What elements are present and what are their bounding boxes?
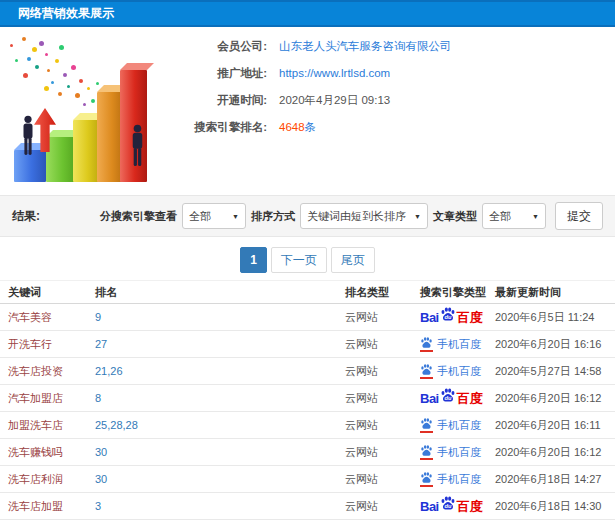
clipart-bar-yellow bbox=[73, 120, 100, 182]
baidu-logo-icon: Baidu百度 bbox=[420, 497, 483, 515]
table-header-cell: 排名类型 bbox=[345, 285, 420, 300]
rank-link[interactable]: 27 bbox=[95, 338, 345, 350]
filter-bar: 结果: 分搜索引擎查看 全部 ▼ 排序方式 关键词由短到长排序 ▼ 文章类型 全… bbox=[0, 195, 615, 237]
engine-type-cell: 手机百度 bbox=[420, 417, 495, 433]
baidu-logo-icon: Baidu百度 bbox=[420, 308, 483, 326]
rank-type-cell: 云网站 bbox=[345, 418, 420, 433]
engine-type-cell: 手机百度 bbox=[420, 471, 495, 487]
confetti-dot bbox=[44, 86, 49, 91]
baidu-logo-cn-text: 百度 bbox=[457, 500, 483, 513]
mobile-baidu-icon: 手机百度 bbox=[420, 471, 481, 487]
info-label: 推广地址: bbox=[183, 66, 267, 81]
engine-type-cell: 手机百度 bbox=[420, 363, 495, 379]
engine-filter-select[interactable]: 全部 ▼ bbox=[182, 203, 246, 229]
table-row: 洗车店利润30云网站手机百度2020年6月18日 14:27 bbox=[0, 466, 615, 493]
info-value[interactable]: 山东老人头汽车服务咨询有限公司 bbox=[279, 39, 452, 54]
rank-type-cell: 云网站 bbox=[345, 337, 420, 352]
table-header-cell: 排名 bbox=[95, 285, 345, 300]
rank-link[interactable]: 25,28,28 bbox=[95, 419, 345, 431]
update-time-cell: 2020年6月20日 16:16 bbox=[495, 337, 615, 352]
last-page-button[interactable]: 尾页 bbox=[331, 247, 375, 273]
rank-link[interactable]: 21,26 bbox=[95, 365, 345, 377]
rank-type-cell: 云网站 bbox=[345, 445, 420, 460]
keyword-cell: 汽车加盟店 bbox=[8, 391, 95, 406]
rank-link[interactable]: 8 bbox=[95, 392, 345, 404]
confetti-dot bbox=[55, 59, 59, 63]
caret-down-icon: ▼ bbox=[232, 213, 239, 220]
update-time-cell: 2020年6月18日 14:27 bbox=[495, 472, 615, 487]
table-row: 汽车美容9云网站Baidu百度2020年6月5日 11:24 bbox=[0, 304, 615, 331]
confetti-dot bbox=[47, 69, 50, 72]
sort-filter-label: 排序方式 bbox=[251, 209, 295, 224]
info-value[interactable]: https://www.lrtlsd.com bbox=[279, 67, 390, 79]
confetti-dot bbox=[71, 65, 76, 70]
confetti-dot bbox=[32, 47, 37, 52]
ranking-count-suffix: 条 bbox=[305, 121, 317, 133]
engine-type-cell: Baidu百度 bbox=[420, 389, 495, 407]
rank-link[interactable]: 30 bbox=[95, 473, 345, 485]
confetti-dot bbox=[87, 87, 90, 90]
engine-type-cell: 手机百度 bbox=[420, 336, 495, 352]
mobile-baidu-paw-icon bbox=[420, 417, 433, 433]
confetti-dot bbox=[96, 82, 99, 85]
table-header-row: 关键词排名排名类型搜索引擎类型最新更新时间 bbox=[0, 280, 615, 304]
info-row: 会员公司:山东老人头汽车服务咨询有限公司 bbox=[183, 38, 607, 54]
info-label: 会员公司: bbox=[183, 39, 267, 54]
result-label: 结果: bbox=[12, 208, 40, 225]
info-label: 搜索引擎排名: bbox=[183, 120, 267, 135]
caret-down-icon: ▼ bbox=[532, 213, 539, 220]
engine-type-cell: Baidu百度 bbox=[420, 497, 495, 515]
info-label: 开通时间: bbox=[183, 93, 267, 108]
keyword-cell: 加盟洗车店 bbox=[8, 418, 95, 433]
mobile-baidu-icon: 手机百度 bbox=[420, 363, 481, 379]
baidu-logo-icon: Baidu百度 bbox=[420, 389, 483, 407]
confetti-dot bbox=[35, 65, 39, 69]
baidu-logo-cn-text: 百度 bbox=[457, 392, 483, 405]
sort-filter-select[interactable]: 关键词由短到长排序 ▼ bbox=[300, 203, 428, 229]
confetti-dot bbox=[22, 37, 26, 41]
rank-link[interactable]: 9 bbox=[95, 311, 345, 323]
update-time-cell: 2020年6月20日 16:12 bbox=[495, 445, 615, 460]
confetti-dot bbox=[67, 85, 70, 88]
mobile-baidu-paw-icon bbox=[420, 471, 433, 487]
next-page-button[interactable]: 下一页 bbox=[271, 247, 327, 273]
update-time-cell: 2020年6月20日 16:12 bbox=[495, 391, 615, 406]
table-row: 汽车加盟店8云网站Baidu百度2020年6月20日 16:12 bbox=[0, 385, 615, 412]
mobile-baidu-label: 手机百度 bbox=[437, 472, 481, 487]
submit-button[interactable]: 提交 bbox=[555, 202, 603, 230]
article-type-select[interactable]: 全部 ▼ bbox=[482, 203, 546, 229]
keyword-cell: 开洗车行 bbox=[8, 337, 95, 352]
confetti-dot bbox=[27, 57, 31, 61]
update-time-cell: 2020年6月20日 16:11 bbox=[495, 418, 615, 433]
businessman-icon bbox=[128, 108, 147, 184]
confetti-dot bbox=[51, 81, 54, 84]
confetti-dot bbox=[59, 45, 64, 50]
rank-link[interactable]: 3 bbox=[95, 500, 345, 512]
keyword-cell: 洗车店利润 bbox=[8, 472, 95, 487]
table-header-cell: 最新更新时间 bbox=[495, 285, 615, 300]
update-time-cell: 2020年6月18日 14:30 bbox=[495, 499, 615, 514]
engine-filter-label: 分搜索引擎查看 bbox=[100, 209, 177, 224]
confetti-dot bbox=[75, 93, 80, 98]
mobile-baidu-label: 手机百度 bbox=[437, 337, 481, 352]
filter-controls: 分搜索引擎查看 全部 ▼ 排序方式 关键词由短到长排序 ▼ 文章类型 全部 ▼ … bbox=[100, 202, 603, 230]
mobile-baidu-icon: 手机百度 bbox=[420, 444, 481, 460]
rank-link[interactable]: 30 bbox=[95, 446, 345, 458]
baidu-logo-bai-text: Bai bbox=[420, 392, 439, 405]
baidu-paw-icon: du bbox=[440, 306, 456, 324]
table-row: 加盟洗车店25,28,28云网站手机百度2020年6月20日 16:11 bbox=[0, 412, 615, 439]
table-row: 洗车店投资21,26云网站手机百度2020年5月27日 14:58 bbox=[0, 358, 615, 385]
confetti-dot bbox=[91, 99, 95, 103]
page-button-current[interactable]: 1 bbox=[240, 247, 267, 273]
article-type-value: 全部 bbox=[489, 209, 511, 224]
mobile-baidu-paw-icon bbox=[420, 444, 433, 460]
table-row: 开洗车行27云网站手机百度2020年6月20日 16:16 bbox=[0, 331, 615, 358]
confetti-dot bbox=[10, 44, 13, 47]
article-type-label: 文章类型 bbox=[433, 209, 477, 224]
mobile-baidu-paw-icon bbox=[420, 336, 433, 352]
confetti-dot bbox=[45, 53, 48, 56]
caret-down-icon: ▼ bbox=[414, 213, 421, 220]
rank-type-cell: 云网站 bbox=[345, 391, 420, 406]
table-row: 洗车店加盟3云网站Baidu百度2020年6月18日 14:30 bbox=[0, 493, 615, 520]
sort-filter-value: 关键词由短到长排序 bbox=[307, 209, 406, 224]
